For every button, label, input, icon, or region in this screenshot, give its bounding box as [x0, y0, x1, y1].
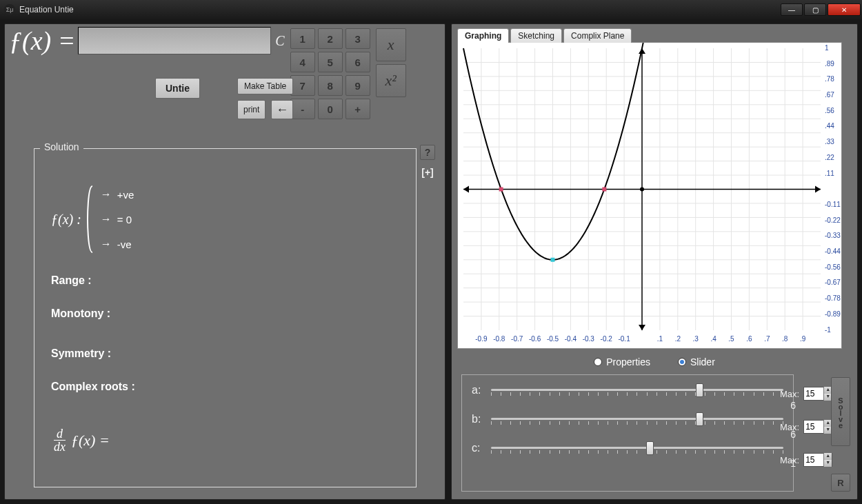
monotony-label: Monotony :: [51, 308, 405, 320]
svg-text:-0.22: -0.22: [825, 216, 841, 224]
max-a-label: Max:: [780, 389, 799, 399]
svg-rect-80: [602, 188, 606, 192]
constant-c-label[interactable]: C: [275, 33, 284, 49]
svg-text:-0.7: -0.7: [511, 335, 523, 343]
solution-fx-label: ƒ(x) :: [51, 212, 81, 228]
sliders-panel: a: 6 b: 6 c: 1: [461, 374, 794, 492]
svg-text:.8: .8: [782, 335, 788, 343]
svg-text:.4: .4: [710, 335, 716, 343]
tab-complex-plane[interactable]: Complix Plane: [563, 28, 632, 43]
svg-text:.22: .22: [825, 154, 834, 161]
key-3[interactable]: 3: [345, 28, 370, 49]
svg-text:-0.6: -0.6: [529, 335, 541, 343]
slider-a[interactable]: a: 6: [472, 383, 783, 397]
svg-text:-0.78: -0.78: [825, 294, 841, 302]
tab-sketching[interactable]: Sketching: [510, 28, 562, 43]
svg-text:.2: .2: [675, 335, 681, 343]
slider-c[interactable]: c: 1: [472, 441, 783, 455]
svg-text:-0.67: -0.67: [825, 279, 841, 286]
radio-properties[interactable]: Properties: [594, 356, 650, 367]
svg-text:-0.5: -0.5: [547, 335, 559, 343]
key-7[interactable]: 7: [290, 75, 315, 96]
radio-slider[interactable]: Slider: [678, 356, 715, 367]
svg-text:.9: .9: [800, 335, 806, 343]
derivative-label: d dx ƒ(x) =: [51, 427, 405, 454]
max-c-label: Max:: [780, 455, 799, 465]
tab-graphing[interactable]: Graphing: [457, 28, 509, 43]
svg-text:-0.11: -0.11: [825, 201, 841, 208]
help-button[interactable]: ?: [420, 145, 435, 160]
svg-text:.3: .3: [693, 335, 699, 343]
max-b-label: Max:: [780, 422, 799, 432]
svg-marker-38: [815, 186, 821, 193]
svg-text:.33: .33: [825, 138, 834, 145]
maximize-button[interactable]: ▢: [804, 3, 826, 16]
make-table-button[interactable]: Make Table: [237, 78, 293, 94]
app-icon: Σμ: [4, 4, 15, 15]
key-1[interactable]: 1: [290, 28, 315, 49]
key-2[interactable]: 2: [318, 28, 343, 49]
left-panel: ƒ(x) = C 1 2 3 4 5 6 7 8 9 -: [4, 23, 445, 500]
solution-legend: Solution: [40, 141, 83, 152]
key-0[interactable]: 0: [318, 99, 343, 119]
svg-text:-0.9: -0.9: [475, 335, 488, 343]
arrow-icon: →: [101, 188, 112, 201]
slider-b[interactable]: b: 6: [472, 412, 783, 426]
reset-button[interactable]: R: [831, 474, 850, 492]
sign-negative: -ve: [117, 239, 132, 250]
key-5[interactable]: 5: [318, 52, 343, 72]
svg-text:.6: .6: [746, 335, 752, 343]
max-c-input[interactable]: [804, 454, 823, 465]
back-arrow-icon: ←: [276, 103, 288, 117]
keypad: 1 2 3 4 5 6 7 8 9 - 0 +: [290, 28, 370, 119]
svg-point-42: [640, 188, 644, 192]
graph-canvas[interactable]: -0.9-0.8-0.7-0.6-0.5-0.4-0.3-0.2-0.1.1.2…: [457, 42, 842, 349]
print-button[interactable]: print: [237, 100, 265, 119]
untie-button[interactable]: Untie: [155, 78, 200, 99]
key-x2[interactable]: x²: [376, 64, 406, 97]
svg-text:.89: .89: [825, 60, 834, 68]
key-9[interactable]: 9: [345, 75, 370, 96]
minimize-button[interactable]: —: [781, 3, 803, 16]
max-b-input[interactable]: [804, 421, 823, 432]
key-x[interactable]: x: [376, 28, 406, 61]
svg-text:-0.56: -0.56: [825, 263, 841, 271]
function-input[interactable]: [78, 27, 271, 54]
svg-text:.11: .11: [825, 170, 834, 177]
close-button[interactable]: ✕: [828, 3, 861, 16]
svg-text:.44: .44: [825, 122, 834, 130]
bracket-icon: [86, 185, 98, 254]
backspace-button[interactable]: ←: [271, 100, 293, 119]
sign-zero: = 0: [117, 214, 132, 225]
key-4[interactable]: 4: [290, 52, 315, 72]
radio-icon: [594, 358, 602, 366]
svg-text:1: 1: [825, 44, 829, 52]
arrow-icon: →: [101, 238, 112, 250]
key-plus[interactable]: +: [345, 99, 370, 119]
svg-text:-0.1: -0.1: [618, 335, 630, 343]
complex-roots-label: Complex roots :: [51, 381, 405, 393]
key-6[interactable]: 6: [345, 52, 370, 72]
key-8[interactable]: 8: [318, 75, 343, 96]
radio-icon: [678, 358, 686, 366]
svg-text:-1: -1: [825, 326, 831, 334]
expand-button[interactable]: [+]: [420, 167, 435, 178]
svg-text:.7: .7: [764, 335, 770, 343]
window-title: Equation Untie: [19, 5, 74, 14]
key-minus[interactable]: -: [290, 99, 315, 119]
svg-text:.78: .78: [825, 75, 834, 83]
sign-positive: +ve: [117, 189, 134, 201]
titlebar: Σμ Equation Untie — ▢ ✕: [0, 0, 862, 19]
svg-text:.56: .56: [825, 107, 834, 114]
svg-text:.67: .67: [825, 91, 834, 99]
symmetry-label: Symmetry :: [51, 347, 405, 360]
svg-rect-79: [499, 188, 503, 192]
max-a-input[interactable]: [804, 388, 823, 399]
solve-button[interactable]: Solve: [831, 377, 850, 446]
svg-text:-0.3: -0.3: [583, 335, 595, 343]
svg-marker-39: [463, 186, 469, 193]
svg-rect-81: [551, 258, 555, 262]
arrow-icon: →: [101, 213, 112, 225]
svg-text:-0.2: -0.2: [601, 335, 613, 343]
range-label: Range :: [51, 274, 405, 287]
